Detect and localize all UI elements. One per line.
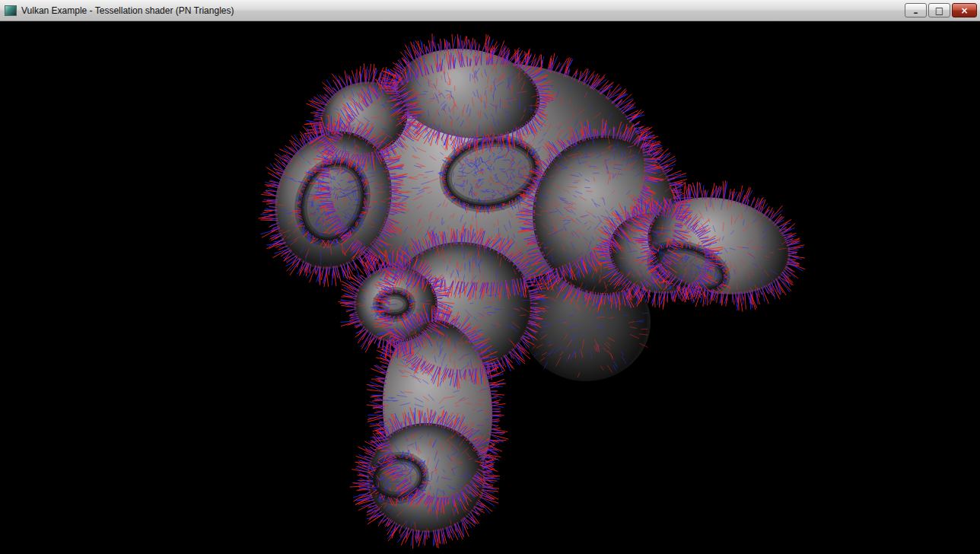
minimize-button[interactable]: – — [905, 3, 927, 18]
restore-icon: □ — [935, 6, 943, 15]
minimize-icon: – — [914, 8, 918, 18]
app-icon — [5, 5, 17, 16]
maximize-button[interactable]: □ — [928, 3, 950, 18]
window-titlebar[interactable]: Vulkan Example - Tessellation shader (PN… — [0, 0, 980, 21]
window-title: Vulkan Example - Tessellation shader (PN… — [21, 5, 905, 16]
render-viewport — [0, 21, 980, 554]
close-icon: × — [960, 6, 968, 15]
app-window: Vulkan Example - Tessellation shader (PN… — [0, 0, 980, 554]
close-button[interactable]: × — [952, 3, 977, 18]
window-controls: – □ × — [905, 3, 977, 18]
vulkan-3d-viewport[interactable] — [0, 21, 980, 553]
